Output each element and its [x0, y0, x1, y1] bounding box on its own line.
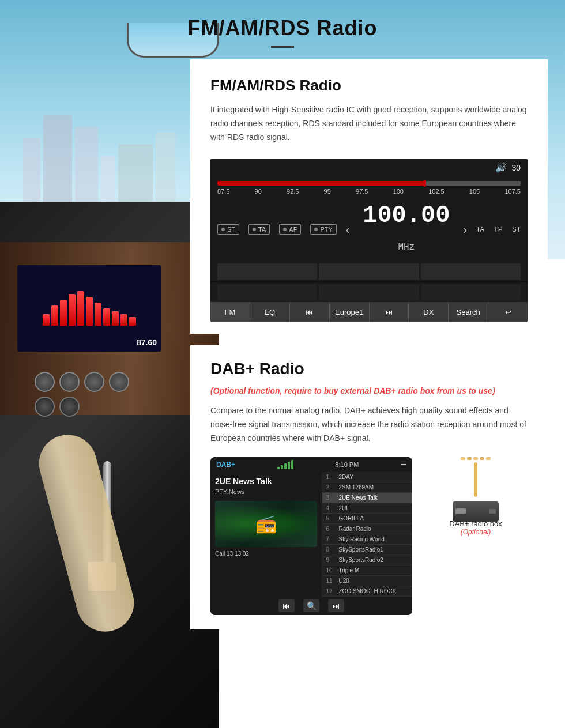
preset-4[interactable]: [217, 284, 317, 300]
signal-bar-3: [284, 463, 287, 469]
channel-number: 2: [326, 484, 336, 491]
europe1-button[interactable]: Europe1: [330, 302, 370, 322]
channel-name: SkySportsRadio1: [339, 546, 383, 553]
radio-bottom-bar: FM EQ ⏮ Europe1 ⏭ DX Search ↩: [210, 302, 528, 322]
page-title: FM/AM/RDS Radio: [12, 16, 553, 40]
dab-channel-item[interactable]: 22SM 1269AM: [322, 482, 413, 493]
dab-call: Call 13 13 02: [215, 550, 317, 557]
dab-screen-header: DAB+ 8:10 PM ☰: [210, 457, 412, 472]
tp-label: TP: [494, 225, 502, 233]
dab-screen: DAB+ 8:10 PM ☰: [210, 457, 412, 615]
badge-st[interactable]: ST: [217, 224, 239, 235]
channel-name: 2DAY: [339, 474, 353, 480]
frequency-display: 100.00 MHz: [359, 202, 454, 257]
dab-box-section: DAB+ radio box (Optional): [424, 457, 528, 536]
dab-channel-item[interactable]: 9SkySportsRadio2: [322, 555, 413, 565]
usb-box: [453, 501, 499, 522]
dab-next-button[interactable]: ⏭: [328, 599, 344, 612]
dab-screen-content: 2UE News Talk PTY:News 📻 Call 13 13 02: [210, 472, 412, 597]
frequency-bar: [217, 181, 521, 186]
dab-channel-item[interactable]: 11U20: [322, 576, 413, 586]
dab-channel-item[interactable]: 7Sky Racing World: [322, 534, 413, 545]
radio-mode-row: ST TA AF PTY ‹ 100.00 MHz: [210, 197, 528, 262]
prev-track-button[interactable]: ⏮: [290, 302, 330, 322]
channel-name: 2UE News Talk: [339, 495, 378, 501]
dab-left-panel: 2UE News Talk PTY:News 📻 Call 13 13 02: [210, 472, 322, 597]
dab-right-panel: 12DAY22SM 1269AM32UE News Talk42UE5GORIL…: [322, 472, 413, 597]
dab-prev-button[interactable]: ⏮: [278, 599, 295, 612]
dab-channel-item[interactable]: 12ZOO SMOOTH ROCK: [322, 586, 413, 597]
channel-name: SkySportsRadio2: [339, 557, 383, 563]
radio-ui: 🔊 30 87.5 90 92.5 95 97.5 100: [210, 159, 528, 322]
channel-number: 7: [326, 536, 336, 542]
signal-bar-4: [288, 462, 290, 469]
preset-1[interactable]: [217, 263, 317, 280]
freq-next-button[interactable]: ›: [463, 223, 467, 236]
dab-section-wrapper: DAB+ Radio (Optional function, require t…: [0, 345, 565, 629]
preset-5[interactable]: [319, 284, 419, 300]
channel-name: Triple M: [339, 567, 360, 574]
badge-ta[interactable]: TA: [248, 224, 270, 235]
dx-button[interactable]: DX: [409, 302, 449, 322]
volume-icon: 🔊: [495, 162, 507, 173]
channel-number: 6: [326, 526, 336, 532]
dab-channel-item[interactable]: 32UE News Talk: [322, 493, 413, 503]
dab-search-button[interactable]: 🔍: [303, 599, 319, 612]
volume-area: 🔊 30: [495, 162, 521, 173]
back-button[interactable]: ↩: [488, 302, 528, 322]
dab-channel-item[interactable]: 5GORILLA: [322, 514, 413, 524]
channel-number: 9: [326, 557, 336, 563]
next-track-icon: ⏭: [385, 308, 393, 316]
prev-track-icon: ⏮: [306, 308, 313, 316]
back-icon: ↩: [505, 308, 511, 316]
preset-6[interactable]: [421, 284, 521, 300]
dab-box-visual: [435, 457, 516, 515]
dab-menu-icon[interactable]: ☰: [401, 461, 406, 468]
fm-section-title: FM/AM/RDS Radio: [210, 77, 528, 95]
frequency-marker: [424, 180, 426, 187]
channel-number: 8: [326, 546, 336, 553]
dab-time: 8:10 PM: [335, 461, 359, 468]
channel-name: ZOO SMOOTH ROCK: [339, 588, 397, 594]
signal-bar-5: [291, 460, 293, 469]
fm-button[interactable]: FM: [210, 302, 250, 322]
dab-channel-item[interactable]: 10Triple M: [322, 565, 413, 576]
dab-channel-item[interactable]: 8SkySportsRadio1: [322, 545, 413, 555]
title-divider: [271, 46, 294, 48]
fm-description: It integrated with High-Sensitive radio …: [210, 103, 528, 144]
badge-af[interactable]: AF: [279, 224, 301, 235]
dab-images-row: DAB+ 8:10 PM ☰: [210, 457, 528, 615]
channel-name: GORILLA: [339, 515, 364, 522]
fm-section-wrapper: FM/AM/RDS Radio It integrated with High-…: [0, 59, 565, 334]
dab-visual: 📻: [215, 501, 317, 547]
dab-channel-item[interactable]: 12DAY: [322, 472, 413, 482]
frequency-bar-container: 87.5 90 92.5 95 97.5 100 102.5 105 107.5: [210, 176, 528, 197]
dab-description: Compare to the normal analog radio, DAB+…: [210, 404, 528, 445]
channel-number: 12: [326, 588, 336, 594]
channel-name: 2SM 1269AM: [339, 484, 374, 491]
channel-number: 4: [326, 505, 336, 511]
search-button[interactable]: Search: [449, 302, 488, 322]
badge-pty[interactable]: PTY: [310, 224, 336, 235]
frequency-labels: 87.5 90 92.5 95 97.5 100 102.5 105 107.5: [217, 186, 521, 197]
dab-channel-item[interactable]: 6Radar Radio: [322, 524, 413, 534]
dab-card: DAB+ Radio (Optional function, require t…: [190, 345, 548, 629]
dab-signal-bars: [277, 460, 293, 469]
channel-number: 10: [326, 567, 336, 574]
channel-name: Radar Radio: [339, 526, 371, 532]
preset-3[interactable]: [421, 263, 521, 280]
volume-value: 30: [511, 163, 521, 172]
freq-prev-button[interactable]: ‹: [346, 223, 350, 236]
eq-button[interactable]: EQ: [250, 302, 290, 322]
preset-row-2: [210, 282, 528, 302]
dab-title: DAB+ Radio: [210, 360, 528, 378]
preset-2[interactable]: [319, 263, 419, 280]
preset-row-1: [210, 262, 528, 281]
channel-name: 2UE: [339, 505, 350, 511]
channel-number: 1: [326, 474, 336, 480]
dab-channel-item[interactable]: 42UE: [322, 503, 413, 514]
page-wrapper: FM/AM/RDS Radio FM/AM/RDS Radio It integ…: [0, 0, 565, 728]
signal-bar-1: [277, 467, 280, 469]
next-track-button[interactable]: ⏭: [370, 302, 409, 322]
dab-screen-footer: ⏮ 🔍 ⏭: [210, 597, 412, 615]
